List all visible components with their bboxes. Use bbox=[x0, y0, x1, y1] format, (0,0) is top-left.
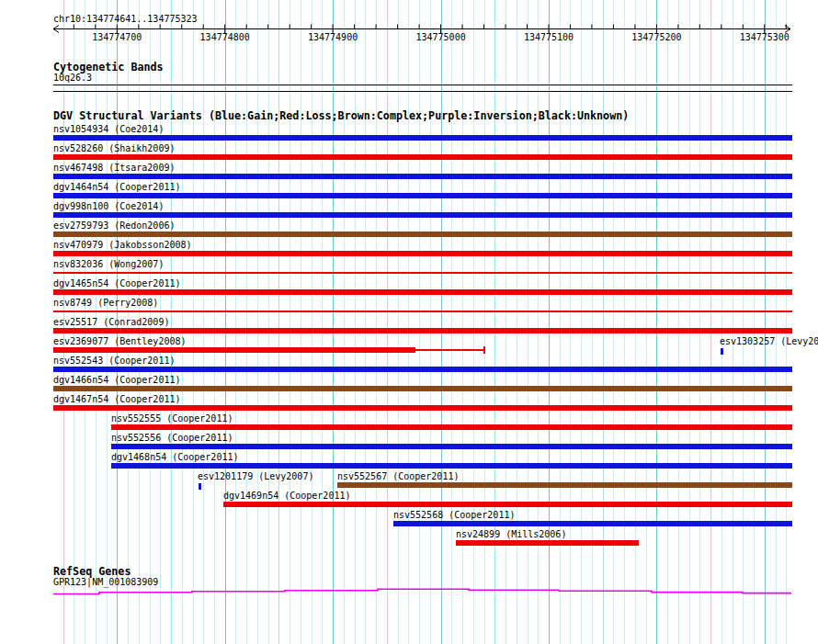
gridline-minor bbox=[257, 0, 258, 644]
variant-bar[interactable] bbox=[53, 386, 792, 391]
gridline-minor bbox=[203, 0, 204, 644]
variant-bar[interactable] bbox=[53, 347, 415, 353]
variant-label[interactable]: nsv470979 (Jakobsson2008) bbox=[53, 240, 192, 251]
variant-whisker bbox=[415, 349, 485, 351]
gridline-minor bbox=[419, 0, 420, 644]
variant-label[interactable]: dgv1465n54 (Cooper2011) bbox=[53, 278, 180, 289]
gridline-minor bbox=[667, 0, 668, 644]
gridline-minor bbox=[182, 0, 183, 644]
variant-bar-thin[interactable] bbox=[53, 272, 792, 274]
variant-bar[interactable] bbox=[53, 154, 792, 160]
variant-bar-tiny[interactable] bbox=[199, 483, 201, 490]
gridline-minor bbox=[624, 0, 625, 644]
gridline-minor bbox=[646, 0, 647, 644]
gridline-minor bbox=[214, 0, 215, 644]
variant-label[interactable]: nsv552543 (Cooper2011) bbox=[53, 356, 175, 367]
variant-label[interactable]: nsv24899 (Mills2006) bbox=[456, 529, 566, 540]
gene-model-line[interactable] bbox=[53, 589, 791, 593]
gridline-minor bbox=[613, 0, 614, 644]
variant-label[interactable]: dgv1469n54 (Cooper2011) bbox=[223, 491, 350, 502]
variant-label[interactable]: dgv1466n54 (Cooper2011) bbox=[53, 375, 180, 386]
gridline-minor bbox=[538, 0, 539, 644]
gridline-minor bbox=[376, 0, 377, 644]
variant-label[interactable]: esv2369077 (Bentley2008) bbox=[53, 336, 187, 347]
gridline-minor bbox=[430, 0, 431, 644]
gridline-minor bbox=[754, 0, 755, 644]
gridline-minor bbox=[689, 0, 690, 644]
variant-label[interactable]: esv2759793 (Redon2006) bbox=[53, 220, 175, 232]
gridline-minor bbox=[560, 0, 561, 644]
variant-bar[interactable] bbox=[53, 251, 792, 256]
variant-label[interactable]: esv1201179 (Levy2007) bbox=[198, 471, 313, 482]
variant-label[interactable]: dgv1464n54 (Cooper2011) bbox=[53, 182, 180, 193]
gridline-major bbox=[225, 0, 226, 644]
variant-bar[interactable] bbox=[53, 328, 792, 333]
variant-label[interactable]: dgv1467n54 (Cooper2011) bbox=[53, 394, 180, 405]
gridline-minor bbox=[733, 0, 733, 644]
ruler-tick-label: 134775000 bbox=[416, 32, 466, 43]
gridline-minor bbox=[322, 0, 323, 644]
variant-bar[interactable] bbox=[53, 174, 792, 179]
gridline-minor bbox=[721, 0, 722, 644]
gridline-major bbox=[333, 0, 334, 644]
gridline-minor bbox=[776, 0, 777, 644]
variant-bar[interactable] bbox=[111, 444, 792, 449]
variant-bar[interactable] bbox=[53, 367, 792, 372]
variant-label[interactable]: nsv552555 (Cooper2011) bbox=[111, 413, 233, 424]
variant-bar-tiny[interactable] bbox=[721, 348, 723, 355]
gridline-minor bbox=[506, 0, 506, 644]
variant-bar[interactable] bbox=[53, 232, 792, 237]
variant-label[interactable]: dgv1468n54 (Cooper2011) bbox=[111, 452, 238, 463]
variant-bar[interactable] bbox=[53, 212, 792, 218]
variant-label[interactable]: nsv552568 (Cooper2011) bbox=[393, 510, 515, 521]
gridline-minor bbox=[193, 0, 194, 644]
variant-bar[interactable] bbox=[111, 424, 792, 430]
ruler-tick-label: 134775200 bbox=[631, 32, 681, 43]
gridline-minor bbox=[786, 0, 787, 644]
cytoband-label: 10q26.3 bbox=[53, 73, 92, 84]
refseq-gene-label[interactable]: GPR123|NM_001083909 bbox=[53, 577, 158, 588]
gridline-minor bbox=[743, 0, 744, 644]
gridline-major bbox=[441, 0, 442, 644]
variant-bar-thin[interactable] bbox=[53, 311, 792, 312]
variant-bar[interactable] bbox=[53, 193, 792, 198]
variant-bar[interactable] bbox=[111, 463, 792, 469]
variant-bar[interactable] bbox=[53, 405, 792, 411]
gridline-minor bbox=[268, 0, 269, 644]
gridline-minor bbox=[528, 0, 528, 644]
variant-label[interactable]: esv25517 (Conrad2009) bbox=[53, 317, 169, 328]
gridline-minor bbox=[235, 0, 236, 644]
variant-label[interactable]: nsv1054934 (Coe2014) bbox=[53, 124, 164, 135]
gridline-minor bbox=[484, 0, 485, 644]
variant-label[interactable]: nsv467498 (Itsara2009) bbox=[53, 163, 175, 174]
gridline-minor bbox=[570, 0, 571, 644]
variant-whisker-end-tick bbox=[483, 346, 485, 354]
gridline-minor bbox=[246, 0, 247, 644]
gridline-mid bbox=[387, 0, 388, 644]
gridline-mid bbox=[278, 0, 279, 644]
gridline-mid bbox=[171, 0, 172, 644]
variant-label[interactable]: esv1303257 (Levy20 bbox=[720, 336, 818, 347]
variant-bar[interactable] bbox=[337, 482, 792, 488]
gridline-minor bbox=[451, 0, 452, 644]
variant-label[interactable]: nsv832036 (Wong2007) bbox=[53, 259, 164, 270]
variant-bar[interactable] bbox=[456, 540, 639, 546]
variant-bar[interactable] bbox=[223, 502, 792, 507]
variant-label[interactable]: dgv998n100 (Coe2014) bbox=[53, 201, 164, 212]
gridline-minor bbox=[462, 0, 463, 644]
ruler-tick-label: 134774800 bbox=[200, 32, 250, 43]
ruler-tick-label: 134774700 bbox=[92, 32, 142, 43]
ruler-tick-label: 134775100 bbox=[524, 32, 574, 43]
ruler-tick-label: 134774900 bbox=[308, 32, 358, 43]
gridline-minor bbox=[365, 0, 366, 644]
variant-bar[interactable] bbox=[393, 521, 792, 526]
variant-label[interactable]: nsv552556 (Cooper2011) bbox=[111, 433, 233, 444]
gridline-minor bbox=[581, 0, 582, 644]
cytoband-box bbox=[53, 85, 792, 92]
variant-bar[interactable] bbox=[53, 289, 792, 295]
gridline-major bbox=[549, 0, 550, 644]
variant-bar[interactable] bbox=[53, 135, 792, 141]
variant-label[interactable]: nsv8749 (Perry2008) bbox=[53, 298, 158, 309]
variant-label[interactable]: nsv552567 (Cooper2011) bbox=[337, 471, 459, 482]
variant-label[interactable]: nsv528260 (Shaikh2009) bbox=[53, 143, 175, 154]
